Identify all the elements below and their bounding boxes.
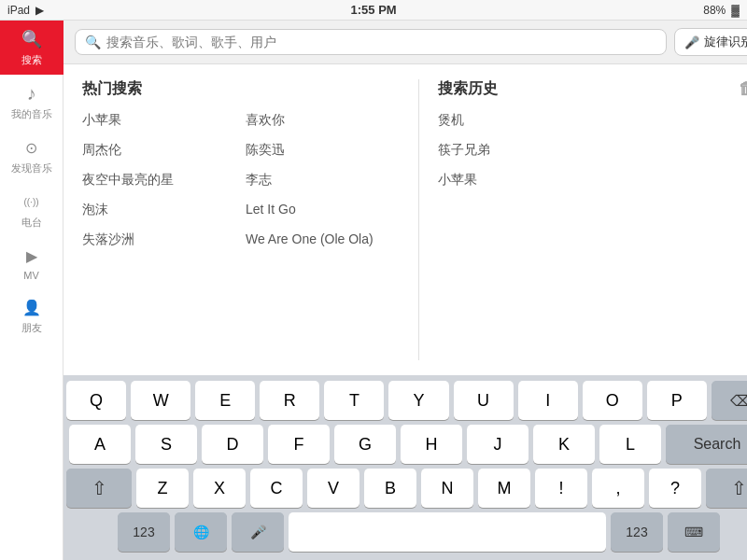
key-M[interactable]: M xyxy=(478,469,530,508)
voice-btn-label: 旋律识别 xyxy=(704,34,747,50)
delete-history-icon[interactable]: 🗑 xyxy=(739,79,747,99)
search-input[interactable] xyxy=(106,35,656,49)
backspace-icon: ⌫ xyxy=(730,392,747,410)
key-D[interactable]: D xyxy=(202,425,263,464)
col-divider xyxy=(418,79,419,360)
key-G[interactable]: G xyxy=(334,425,396,464)
hot-search-item[interactable]: We Are One (Ole Ola) xyxy=(246,231,400,248)
hot-search-item[interactable]: 李志 xyxy=(246,172,400,189)
hot-search-item[interactable]: 小苹果 xyxy=(82,112,236,129)
search-results-area: 热门搜索 小苹果 喜欢你 周杰伦 陈奕迅 夜空中最亮的星 李志 泡沫 Let I… xyxy=(63,64,747,375)
history-item[interactable]: 煲机 xyxy=(438,112,747,129)
content-area: 🔍 🎤 旋律识别 热门搜索 小苹果 喜欢你 周杰伦 陈奕迅 夜空中最 xyxy=(63,21,747,560)
hot-search-item[interactable]: 失落沙洲 xyxy=(82,231,236,248)
hot-search-section: 热门搜索 小苹果 喜欢你 周杰伦 陈奕迅 夜空中最亮的星 李志 泡沫 Let I… xyxy=(82,79,400,360)
hot-search-item[interactable]: 周杰伦 xyxy=(82,142,236,159)
globe-icon: 🌐 xyxy=(193,525,209,539)
shift-icon: ⇧ xyxy=(92,477,107,499)
history-list: 煲机 筷子兄弟 小苹果 xyxy=(438,112,747,189)
keyboard-row-2: A S D F G H J K L Search xyxy=(66,425,747,464)
key-L[interactable]: L xyxy=(599,425,661,464)
key-E[interactable]: E xyxy=(195,381,255,420)
shift-right-key[interactable]: ⇧ xyxy=(706,469,747,508)
key-Y[interactable]: Y xyxy=(388,381,448,420)
key-comma[interactable]: , xyxy=(592,469,644,508)
sidebar-item-search[interactable]: 🔍 搜索 xyxy=(0,21,63,75)
status-left: iPad ▶ xyxy=(7,4,44,17)
key-N[interactable]: N xyxy=(421,469,473,508)
backspace-key[interactable]: ⌫ xyxy=(712,381,747,420)
key-H[interactable]: H xyxy=(401,425,462,464)
hot-search-item[interactable]: Let It Go xyxy=(246,202,400,218)
key-U[interactable]: U xyxy=(454,381,514,420)
key-T[interactable]: T xyxy=(324,381,384,420)
key-A[interactable]: A xyxy=(69,425,131,464)
keyboard-row-1: Q W E R T Y U I O P ⌫ xyxy=(66,381,747,420)
voice-recognition-button[interactable]: 🎤 旋律识别 xyxy=(674,28,747,56)
num-key-right[interactable]: 123 xyxy=(611,512,663,552)
sidebar-item-discover[interactable]: ⊙ 发现音乐 xyxy=(0,129,63,183)
search-magnifier-icon: 🔍 xyxy=(85,35,101,49)
sidebar-item-friend[interactable]: 👤 朋友 xyxy=(0,288,63,343)
keyboard-row-3: ⇧ Z X C V B N M ! , ? ⇧ xyxy=(66,469,747,508)
hot-search-item[interactable]: 夜空中最亮的星 xyxy=(82,172,236,189)
key-B[interactable]: B xyxy=(364,469,416,508)
key-O[interactable]: O xyxy=(583,381,642,420)
hot-search-title: 热门搜索 xyxy=(82,79,400,99)
friend-icon: 👤 xyxy=(21,296,43,318)
num-key-left[interactable]: 123 xyxy=(118,512,170,552)
status-time: 1:55 PM xyxy=(351,3,397,17)
space-key[interactable] xyxy=(289,512,606,552)
history-item[interactable]: 小苹果 xyxy=(438,172,747,189)
mic-keyboard-icon: 🎤 xyxy=(250,525,266,539)
search-input-wrap[interactable]: 🔍 xyxy=(75,29,667,55)
key-F[interactable]: F xyxy=(268,425,330,464)
key-question[interactable]: ? xyxy=(649,469,701,508)
hot-search-item[interactable]: 泡沫 xyxy=(82,202,236,218)
sidebar-item-my-music[interactable]: ♪ 我的音乐 xyxy=(0,75,63,129)
hot-search-item[interactable]: 陈奕迅 xyxy=(246,142,400,159)
history-item[interactable]: 筷子兄弟 xyxy=(438,142,747,159)
key-I[interactable]: I xyxy=(518,381,578,420)
status-right: 88% ▓ xyxy=(703,4,740,17)
key-V[interactable]: V xyxy=(307,469,359,508)
hot-search-grid: 小苹果 喜欢你 周杰伦 陈奕迅 夜空中最亮的星 李志 泡沫 Let It Go … xyxy=(82,112,400,248)
key-P[interactable]: P xyxy=(647,381,707,420)
key-C[interactable]: C xyxy=(250,469,303,508)
search-key[interactable]: Search xyxy=(666,425,747,464)
sidebar-my-music-label: 我的音乐 xyxy=(11,107,52,121)
key-W[interactable]: W xyxy=(131,381,190,420)
hot-search-item[interactable]: 喜欢你 xyxy=(246,112,400,129)
sidebar-item-mv[interactable]: ▶ MV xyxy=(0,237,63,288)
sidebar: 🔍 搜索 ♪ 我的音乐 ⊙ 发现音乐 ((·)) 电台 ▶ MV xyxy=(0,21,63,560)
key-X[interactable]: X xyxy=(193,469,246,508)
radio-icon: ((·)) xyxy=(21,190,43,213)
ipad-label: iPad xyxy=(7,4,30,17)
globe-key[interactable]: 🌐 xyxy=(175,512,227,552)
keyboard-dismiss-key[interactable]: ⌨ xyxy=(668,512,720,552)
key-Q[interactable]: Q xyxy=(66,381,126,420)
sidebar-radio-label: 电台 xyxy=(21,216,42,230)
key-S[interactable]: S xyxy=(135,425,197,464)
sidebar-friend-label: 朋友 xyxy=(21,321,42,335)
sidebar-search-label: 搜索 xyxy=(21,53,42,67)
mic-key[interactable]: 🎤 xyxy=(232,512,284,552)
key-J[interactable]: J xyxy=(467,425,529,464)
key-R[interactable]: R xyxy=(260,381,319,420)
shift-right-icon: ⇧ xyxy=(731,477,747,499)
sidebar-item-radio[interactable]: ((·)) 电台 xyxy=(0,183,63,237)
sidebar-discover-label: 发现音乐 xyxy=(11,161,52,175)
key-exclaim[interactable]: ! xyxy=(535,469,587,508)
battery-icon: ▓ xyxy=(731,4,740,17)
search-icon: 🔍 xyxy=(21,28,43,50)
keyboard-row-4: 123 🌐 🎤 123 ⌨ xyxy=(66,512,747,552)
shift-left-key[interactable]: ⇧ xyxy=(66,469,132,508)
key-K[interactable]: K xyxy=(533,425,595,464)
wifi-icon: ▶ xyxy=(35,4,44,17)
mic-icon: 🎤 xyxy=(684,35,699,49)
search-bar-area: 🔍 🎤 旋律识别 xyxy=(63,21,747,64)
music-icon: ♪ xyxy=(21,82,43,105)
key-Z[interactable]: Z xyxy=(136,469,189,508)
battery-percent: 88% xyxy=(703,4,726,17)
sidebar-mv-label: MV xyxy=(23,270,39,281)
